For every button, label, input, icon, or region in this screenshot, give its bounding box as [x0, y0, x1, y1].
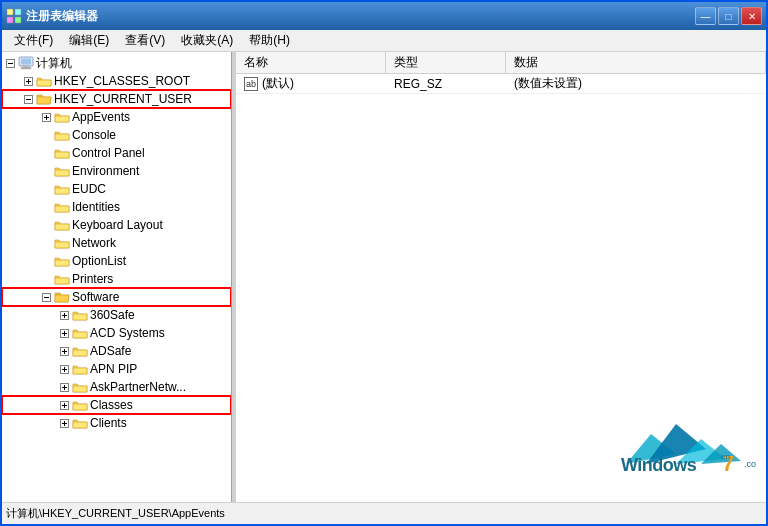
cell-type-0: REG_SZ: [386, 74, 506, 93]
window-controls: — □ ✕: [695, 7, 762, 25]
tree-label-hkcr: HKEY_CLASSES_ROOT: [54, 72, 190, 90]
folder-icon-appevents: [54, 110, 70, 124]
cell-data-0: (数值未设置): [506, 74, 766, 93]
folder-icon-optionlist: [54, 254, 70, 268]
tree-label-computer: 计算机: [36, 54, 72, 72]
folder-icon-console: [54, 128, 70, 142]
expander-appevents[interactable]: [38, 109, 54, 125]
tree-node-apnpip[interactable]: APN PIP: [2, 360, 231, 378]
col-header-type: 类型: [386, 52, 506, 73]
tree-label-acdsystems: ACD Systems: [90, 324, 165, 342]
tree-node-hkcu[interactable]: HKEY_CURRENT_USER: [2, 90, 231, 108]
tree-node-360safe[interactable]: 360Safe: [2, 306, 231, 324]
tree-node-hkcr[interactable]: HKEY_CLASSES_ROOT: [2, 72, 231, 90]
folder-icon-classes: [72, 398, 88, 412]
expander-software[interactable]: [38, 289, 54, 305]
main-content: 计算机 HKEY_CLASSES_ROOT HKEY_CURRENT_USER …: [2, 52, 766, 502]
status-bar: 计算机\HKEY_CURRENT_USER\AppEvents: [2, 502, 766, 524]
registry-tree[interactable]: 计算机 HKEY_CLASSES_ROOT HKEY_CURRENT_USER …: [2, 52, 232, 502]
tree-label-identities: Identities: [72, 198, 120, 216]
menu-edit[interactable]: 编辑(E): [61, 30, 117, 51]
tree-label-classes: Classes: [90, 396, 133, 414]
expander-hkcu[interactable]: [20, 91, 36, 107]
tree-node-keyboardlayout[interactable]: Keyboard Layout: [2, 216, 231, 234]
folder-icon-identities: [54, 200, 70, 214]
tree-label-controlpanel: Control Panel: [72, 144, 145, 162]
svg-text:.com: .com: [744, 459, 756, 469]
expander-apnpip[interactable]: [56, 361, 72, 377]
tree-node-appevents[interactable]: AppEvents: [2, 108, 231, 126]
expander-eudc: [38, 181, 54, 197]
tree-label-360safe: 360Safe: [90, 306, 135, 324]
tree-node-computer[interactable]: 计算机: [2, 54, 231, 72]
tree-node-software[interactable]: Software: [2, 288, 231, 306]
svg-rect-9: [21, 68, 31, 70]
tree-label-askpartner: AskPartnerNetw...: [90, 378, 186, 396]
expander-acdsystems[interactable]: [56, 325, 72, 341]
tree-label-clients: Clients: [90, 414, 127, 432]
tree-node-identities[interactable]: Identities: [2, 198, 231, 216]
tree-node-classes[interactable]: Classes: [2, 396, 231, 414]
title-bar: 注册表编辑器 — □ ✕: [2, 2, 766, 30]
tree-node-console[interactable]: Console: [2, 126, 231, 144]
folder-icon-360safe: [72, 308, 88, 322]
folder-icon-environment: [54, 164, 70, 178]
menu-file[interactable]: 文件(F): [6, 30, 61, 51]
tree-label-console: Console: [72, 126, 116, 144]
close-button[interactable]: ✕: [741, 7, 762, 25]
tree-node-acdsystems[interactable]: ACD Systems: [2, 324, 231, 342]
expander-computer[interactable]: [2, 55, 18, 71]
col-header-data: 数据: [506, 52, 766, 73]
tree-node-network[interactable]: Network: [2, 234, 231, 252]
tree-node-eudc[interactable]: EUDC: [2, 180, 231, 198]
tree-node-optionlist[interactable]: OptionList: [2, 252, 231, 270]
tree-label-printers: Printers: [72, 270, 113, 288]
folder-icon-apnpip: [72, 362, 88, 376]
svg-rect-2: [7, 17, 13, 23]
maximize-button[interactable]: □: [718, 7, 739, 25]
right-panel-wrapper: 名称 类型 数据 ab(默认)REG_SZ(数值未设置) Windows: [236, 52, 766, 502]
expander-hkcr[interactable]: [20, 73, 36, 89]
expander-classes[interactable]: [56, 397, 72, 413]
menu-bar: 文件(F) 编辑(E) 查看(V) 收藏夹(A) 帮助(H): [2, 30, 766, 52]
expander-controlpanel: [38, 145, 54, 161]
expander-adsafe[interactable]: [56, 343, 72, 359]
windows7-logo: Windows 7 .com en: [616, 409, 756, 474]
menu-favorites[interactable]: 收藏夹(A): [173, 30, 241, 51]
tree-node-adsafe[interactable]: ADSafe: [2, 342, 231, 360]
menu-help[interactable]: 帮助(H): [241, 30, 298, 51]
folder-icon-computer: [18, 56, 34, 70]
svg-rect-7: [21, 59, 31, 65]
svg-rect-0: [7, 9, 13, 15]
folder-icon-hkcu: [36, 92, 52, 106]
col-header-name: 名称: [236, 52, 386, 73]
menu-view[interactable]: 查看(V): [117, 30, 173, 51]
expander-clients[interactable]: [56, 415, 72, 431]
tree-node-clients[interactable]: Clients: [2, 414, 231, 432]
reg-icon-0: ab: [244, 77, 258, 91]
svg-rect-3: [15, 17, 21, 23]
folder-icon-keyboardlayout: [54, 218, 70, 232]
folder-icon-printers: [54, 272, 70, 286]
expander-optionlist: [38, 253, 54, 269]
tree-label-apnpip: APN PIP: [90, 360, 137, 378]
app-icon: [6, 8, 22, 24]
folder-icon-clients: [72, 416, 88, 430]
tree-node-askpartner[interactable]: AskPartnerNetw...: [2, 378, 231, 396]
table-row-0[interactable]: ab(默认)REG_SZ(数值未设置): [236, 74, 766, 94]
tree-label-appevents: AppEvents: [72, 108, 130, 126]
expander-360safe[interactable]: [56, 307, 72, 323]
svg-rect-8: [23, 66, 29, 68]
tree-node-printers[interactable]: Printers: [2, 270, 231, 288]
expander-askpartner[interactable]: [56, 379, 72, 395]
folder-icon-adsafe: [72, 344, 88, 358]
minimize-button[interactable]: —: [695, 7, 716, 25]
tree-label-eudc: EUDC: [72, 180, 106, 198]
tree-node-environment[interactable]: Environment: [2, 162, 231, 180]
expander-keyboardlayout: [38, 217, 54, 233]
tree-node-controlpanel[interactable]: Control Panel: [2, 144, 231, 162]
expander-identities: [38, 199, 54, 215]
folder-icon-askpartner: [72, 380, 88, 394]
tree-label-optionlist: OptionList: [72, 252, 126, 270]
svg-text:en: en: [721, 452, 730, 461]
